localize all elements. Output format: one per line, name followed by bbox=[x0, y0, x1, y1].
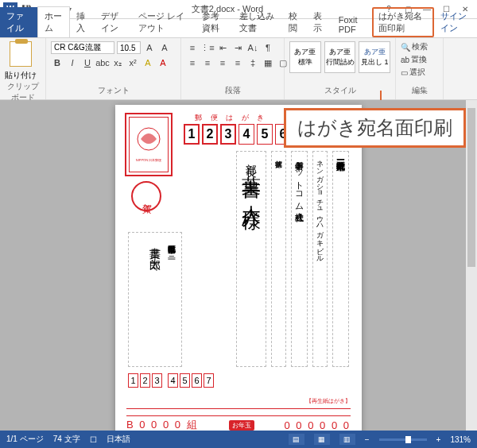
zoom-out-icon[interactable]: − bbox=[365, 435, 370, 444]
scrollbar-thumb[interactable] bbox=[467, 108, 475, 267]
status-bar: 1/1 ページ 74 文字 ☐ 日本語 ▤ ▦ ▥ − + 131% bbox=[0, 431, 477, 448]
find-button[interactable]: 🔍検索 bbox=[401, 41, 428, 52]
postcard-header: 郵 便 は が き bbox=[195, 113, 267, 123]
pc2-digit[interactable]: 4 bbox=[168, 373, 178, 388]
stamp-art-icon: NIPPON 日本郵便 bbox=[133, 125, 165, 164]
ribbon-tabs: ファイル ホーム 挿入 デザイン ページ レイアウト 参考資料 差し込み文書 校… bbox=[0, 19, 477, 38]
sort-icon[interactable]: A↓ bbox=[246, 41, 259, 54]
strike-button[interactable]: abc bbox=[96, 56, 109, 69]
group-para-label: 段落 bbox=[186, 85, 279, 98]
document-area[interactable]: NIPPON 日本郵便 郵 便 は が き 1 2 3 4 5 6 7 年賀 東… bbox=[0, 100, 477, 431]
status-lang-icon: ☐ bbox=[90, 435, 97, 444]
zoom-slider[interactable] bbox=[379, 438, 427, 441]
align-right-icon[interactable]: ≡ bbox=[216, 56, 229, 69]
lottery-mid: お年玉 bbox=[229, 420, 254, 431]
numbering-icon[interactable]: ⋮≡ bbox=[201, 41, 214, 54]
outdent-icon[interactable]: ⇤ bbox=[216, 41, 229, 54]
sub-button[interactable]: x₂ bbox=[111, 56, 124, 69]
tab-hagaki-print[interactable]: はがき宛名面印刷 bbox=[372, 7, 434, 37]
replace-button[interactable]: ab置換 bbox=[401, 54, 428, 65]
highlight-icon[interactable]: A bbox=[142, 56, 154, 69]
tab-foxit[interactable]: Foxit PDF bbox=[332, 12, 372, 37]
sender-address[interactable]: 東京都千代田区筆町 一ー二ー三 bbox=[164, 236, 178, 363]
group-font-label: フォント bbox=[51, 85, 176, 98]
style-nospacing[interactable]: あア亜 行間詰め bbox=[324, 41, 356, 73]
pc2-digit[interactable]: 7 bbox=[204, 373, 214, 388]
select-icon: ▭ bbox=[401, 68, 408, 77]
recipient-dept[interactable]: 年賀状部 bbox=[271, 151, 286, 367]
marks-icon[interactable]: ¶ bbox=[262, 41, 274, 54]
lottery-row: B 0 0 0 0 組 お年玉 0 0 0 0 0 0 bbox=[126, 418, 351, 431]
callout-box: はがき宛名面印刷 bbox=[284, 108, 466, 148]
recipient-address[interactable]: 東京都千代田区筆町五ー七ー一六 bbox=[332, 151, 349, 367]
tab-review[interactable]: 校閲 bbox=[282, 7, 307, 37]
sup-button[interactable]: x² bbox=[126, 56, 139, 69]
zoom-in-icon[interactable]: + bbox=[436, 435, 441, 444]
underline-button[interactable]: U bbox=[81, 56, 94, 69]
align-center-icon[interactable]: ≡ bbox=[201, 56, 214, 69]
font-color-icon[interactable]: A bbox=[157, 56, 169, 69]
select-button[interactable]: ▭選択 bbox=[401, 67, 428, 78]
bottom-strip bbox=[126, 408, 351, 416]
justify-icon[interactable]: ≡ bbox=[231, 56, 244, 69]
sender-box: 東京都千代田区筆町 一ー二ー三 葉書 太郎 bbox=[128, 232, 182, 367]
ribbon: 貼り付け クリップボード CR C&G流麗 10.5 A A B I U abc… bbox=[0, 38, 477, 100]
style-normal[interactable]: あア亜 標準 bbox=[289, 41, 321, 73]
recipient-name[interactable]: 部長葉書 大介様 bbox=[236, 151, 266, 367]
status-lang[interactable]: 日本語 bbox=[107, 434, 130, 445]
signin-link[interactable]: サインイン bbox=[434, 7, 478, 37]
sender-name[interactable]: 葉書 太郎 bbox=[146, 236, 164, 363]
shading-icon[interactable]: ▦ bbox=[262, 56, 274, 69]
italic-button[interactable]: I bbox=[66, 56, 79, 69]
font-size-select[interactable]: 10.5 bbox=[117, 41, 141, 54]
recipient-building[interactable]: ネンガショチュウハガキビル bbox=[312, 151, 328, 367]
zoom-value[interactable]: 131% bbox=[450, 435, 471, 444]
status-page[interactable]: 1/1 ページ bbox=[6, 434, 44, 445]
tab-design[interactable]: デザイン bbox=[95, 7, 132, 37]
indent-icon[interactable]: ⇥ bbox=[231, 41, 244, 54]
status-words[interactable]: 74 文字 bbox=[53, 434, 80, 445]
tab-file[interactable]: ファイル bbox=[0, 7, 37, 37]
tab-mailings[interactable]: 差し込み文書 bbox=[233, 7, 282, 37]
group-styles-label: スタイル bbox=[289, 85, 390, 98]
group-edit-label: 編集 bbox=[401, 85, 438, 98]
tab-insert[interactable]: 挿入 bbox=[70, 7, 95, 37]
pc2-digit[interactable]: 1 bbox=[128, 373, 138, 388]
line-spacing-icon[interactable]: ‡ bbox=[246, 56, 259, 69]
pc-digit[interactable]: 3 bbox=[220, 124, 236, 145]
tab-view[interactable]: 表示 bbox=[307, 7, 332, 37]
paste-label[interactable]: 貼り付け bbox=[5, 70, 37, 81]
tab-page-layout[interactable]: ページ レイアウト bbox=[132, 7, 196, 37]
grow-font-icon[interactable]: A bbox=[143, 41, 156, 54]
pc-digit[interactable]: 4 bbox=[238, 124, 254, 145]
bullets-icon[interactable]: ≡ bbox=[186, 41, 199, 54]
font-name-select[interactable]: CR C&G流麗 bbox=[51, 41, 114, 54]
pc-digit[interactable]: 2 bbox=[202, 124, 218, 145]
lottery-right: 0 0 0 0 0 0 bbox=[285, 419, 351, 431]
align-left-icon[interactable]: ≡ bbox=[186, 56, 199, 69]
pc2-digit[interactable]: 2 bbox=[140, 373, 150, 388]
tab-references[interactable]: 参考資料 bbox=[196, 7, 233, 37]
shrink-font-icon[interactable]: A bbox=[158, 41, 171, 54]
pc-digit[interactable]: 1 bbox=[184, 124, 200, 145]
tab-home[interactable]: ホーム bbox=[37, 6, 70, 37]
pc2-digit[interactable]: 6 bbox=[192, 373, 202, 388]
sender-postcode: 1 2 3 4 5 6 7 bbox=[128, 373, 214, 388]
view-read-icon[interactable]: ▤ bbox=[289, 434, 304, 445]
recipient-company[interactable]: 年賀暑中ドットコム株式会社 bbox=[291, 151, 308, 367]
vertical-scrollbar[interactable] bbox=[466, 100, 477, 431]
stamp-frame: NIPPON 日本郵便 bbox=[125, 113, 173, 176]
pc2-digit[interactable]: 3 bbox=[152, 373, 162, 388]
view-web-icon[interactable]: ▥ bbox=[339, 434, 355, 445]
bold-button[interactable]: B bbox=[51, 56, 64, 69]
style-heading1[interactable]: あア亜 見出し 1 bbox=[359, 41, 390, 73]
paste-icon[interactable] bbox=[10, 41, 32, 67]
pc-digit[interactable]: 5 bbox=[257, 124, 273, 145]
find-icon: 🔍 bbox=[401, 43, 410, 52]
lottery-left: B 0 0 0 0 組 bbox=[126, 418, 199, 431]
postcard-page: NIPPON 日本郵便 郵 便 は が き 1 2 3 4 5 6 7 年賀 東… bbox=[115, 105, 362, 431]
recycle-note: 【再生紙はがき】 bbox=[306, 397, 351, 405]
pc2-digit[interactable]: 5 bbox=[180, 373, 190, 388]
view-print-icon[interactable]: ▦ bbox=[314, 434, 330, 445]
nenga-seal: 年賀 bbox=[131, 181, 161, 211]
